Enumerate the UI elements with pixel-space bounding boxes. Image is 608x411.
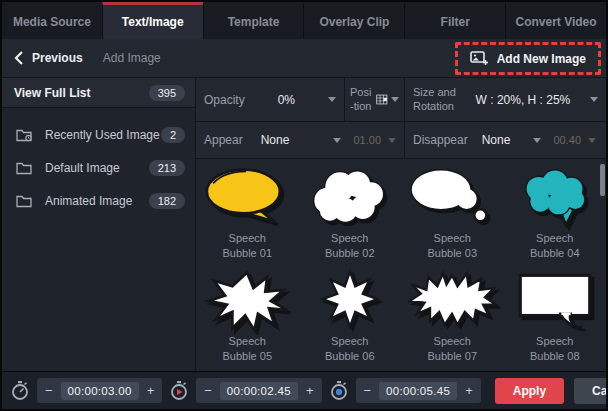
opacity-control[interactable]: Opacity 0% <box>196 78 345 121</box>
content-panel: Opacity 0% Posi -tion <box>196 78 606 371</box>
view-full-list-count: 395 <box>149 85 185 101</box>
view-full-list-label: View Full List <box>14 86 90 100</box>
disappear-duration: 00.40 <box>553 134 581 146</box>
grid-item-label: Speech Bubble 04 <box>523 231 587 261</box>
controls-row-2: Appear None 01.00 Disappear None 00.40 <box>196 122 606 159</box>
add-new-image-button[interactable]: Add New Image <box>462 47 594 70</box>
sidebar-folder-list: Recently Used Image 2 Default Image 213 … <box>2 108 195 217</box>
tab-template[interactable]: Template <box>203 2 304 39</box>
size-rotation-label: Size and Rotation <box>413 86 456 114</box>
tab-text-image[interactable]: Text/Image <box>102 2 203 39</box>
minus-button[interactable]: − <box>360 384 376 397</box>
start-time-timer: − 00:00:02.45 + <box>196 378 321 403</box>
speech-bubble-04-thumb <box>509 165 601 229</box>
tab-overlay-clip[interactable]: Overlay Clip <box>303 2 404 39</box>
sidebar-item-recently-used-image[interactable]: Recently Used Image 2 <box>2 118 195 151</box>
tab-media-source[interactable]: Media Source <box>2 2 102 39</box>
sidebar-item-animated-image[interactable]: Animated Image 182 <box>2 184 195 217</box>
speech-bubble-06-thumb <box>304 268 396 332</box>
speech-bubble-08-thumb <box>509 268 601 332</box>
disappear-label: Disappear <box>413 133 468 147</box>
grid-item-label: Speech Bubble 07 <box>420 334 484 364</box>
appear-value[interactable]: None <box>261 133 290 147</box>
minus-button[interactable]: − <box>41 384 57 397</box>
breadcrumb-add-image: Add Image <box>103 51 161 65</box>
folder-count: 213 <box>149 160 185 176</box>
speech-bubble-07-thumb <box>406 268 498 332</box>
sidebar-item-view-full-list[interactable]: View Full List 395 <box>2 78 195 108</box>
plus-button[interactable]: + <box>143 384 159 397</box>
grid-item-label: Speech Bubble 06 <box>318 334 382 364</box>
end-time-timer: − 00:00:05.45 + <box>356 378 481 403</box>
appear-label: Appear <box>204 133 243 147</box>
plus-button[interactable]: + <box>461 384 477 397</box>
appear-control[interactable]: Appear None 01.00 <box>196 122 405 158</box>
start-time-value[interactable]: 00:00:02.45 <box>220 382 298 400</box>
grid-item-speech-bubble-03[interactable]: Speech Bubble 03 <box>401 165 504 268</box>
dropdown-caret-icon[interactable] <box>533 138 541 143</box>
dropdown-caret-icon[interactable] <box>328 97 336 102</box>
tab-convert-video[interactable]: Convert Video <box>505 2 606 39</box>
size-rotation-value[interactable]: W : 20%, H : 25% <box>476 93 571 107</box>
folder-label: Animated Image <box>45 194 149 208</box>
start-time-stopwatch-icon <box>169 380 189 401</box>
recent-folder-icon <box>16 128 33 142</box>
disappear-control[interactable]: Disappear None 00.40 <box>405 122 606 158</box>
tab-bar: Media Source Text/Image Template Overlay… <box>2 2 606 39</box>
grid-item-speech-bubble-05[interactable]: Speech Bubble 05 <box>196 268 299 371</box>
speech-bubble-01-thumb <box>201 165 293 229</box>
position-control[interactable]: Posi -tion <box>345 78 405 121</box>
position-label: Posi -tion <box>350 86 371 114</box>
dropdown-caret-icon[interactable] <box>333 138 341 143</box>
annotation-highlight-box: Add New Image <box>455 42 601 75</box>
position-grid-icon[interactable] <box>376 92 388 107</box>
end-time-value[interactable]: 00:00:05.45 <box>379 382 457 400</box>
dropdown-caret-icon[interactable] <box>590 97 598 102</box>
plus-button[interactable]: + <box>302 384 318 397</box>
cancel-button[interactable]: Cancel <box>574 378 608 404</box>
grid-item-speech-bubble-01[interactable]: Speech Bubble 01 <box>196 165 299 268</box>
grid-item-label: Speech Bubble 01 <box>215 231 279 261</box>
dropdown-caret-icon[interactable] <box>391 97 399 102</box>
add-new-image-label: Add New Image <box>497 52 586 66</box>
toolbar: Previous Add Image Add New Image <box>2 39 606 78</box>
image-grid: Speech Bubble 01 Speech Bubble 02 <box>196 159 606 371</box>
grid-item-label: Speech Bubble 02 <box>318 231 382 261</box>
previous-button[interactable]: Previous <box>32 51 83 65</box>
duration-timer: − 00:00:03.00 + <box>37 378 162 403</box>
grid-item-speech-bubble-08[interactable]: Speech Bubble 08 <box>504 268 607 371</box>
minus-button[interactable]: − <box>200 384 216 397</box>
appear-duration: 01.00 <box>353 134 381 146</box>
folder-label: Default Image <box>45 161 149 175</box>
sidebar-item-default-image[interactable]: Default Image 213 <box>2 151 195 184</box>
folder-count: 2 <box>161 127 185 143</box>
timeline-bar: − 00:00:03.00 + − 00:00:02.45 + − 00:00:… <box>2 371 606 409</box>
speech-bubble-03-thumb <box>406 165 498 229</box>
speech-bubble-05-thumb <box>201 268 293 332</box>
grid-item-speech-bubble-06[interactable]: Speech Bubble 06 <box>299 268 402 371</box>
grid-item-speech-bubble-07[interactable]: Speech Bubble 07 <box>401 268 504 371</box>
folder-icon <box>16 194 33 208</box>
sidebar: View Full List 395 Recently Used Image 2 <box>2 78 196 371</box>
end-time-stopwatch-icon <box>329 380 349 401</box>
controls-row-1: Opacity 0% Posi -tion <box>196 78 606 122</box>
size-rotation-control[interactable]: Size and Rotation W : 20%, H : 25% <box>405 78 606 121</box>
duration-value[interactable]: 00:00:03.00 <box>61 382 139 400</box>
opacity-value[interactable]: 0% <box>278 93 295 107</box>
tab-filter[interactable]: Filter <box>404 2 505 39</box>
grid-item-speech-bubble-02[interactable]: Speech Bubble 02 <box>299 165 402 268</box>
apply-button[interactable]: Apply <box>495 378 564 404</box>
grid-item-label: Speech Bubble 08 <box>523 334 587 364</box>
dropdown-caret-icon <box>388 138 396 143</box>
back-chevron-icon[interactable] <box>14 51 24 65</box>
grid-scrollbar[interactable] <box>600 164 605 196</box>
grid-item-speech-bubble-04[interactable]: Speech Bubble 04 <box>504 165 607 268</box>
disappear-value[interactable]: None <box>482 133 511 147</box>
grid-item-label: Speech Bubble 05 <box>215 334 279 364</box>
opacity-label: Opacity <box>204 93 245 107</box>
app-window: Media Source Text/Image Template Overlay… <box>0 0 608 411</box>
dropdown-caret-icon <box>588 138 596 143</box>
folder-label: Recently Used Image <box>45 128 161 142</box>
add-image-icon <box>470 51 489 66</box>
grid-item-label: Speech Bubble 03 <box>420 231 484 261</box>
